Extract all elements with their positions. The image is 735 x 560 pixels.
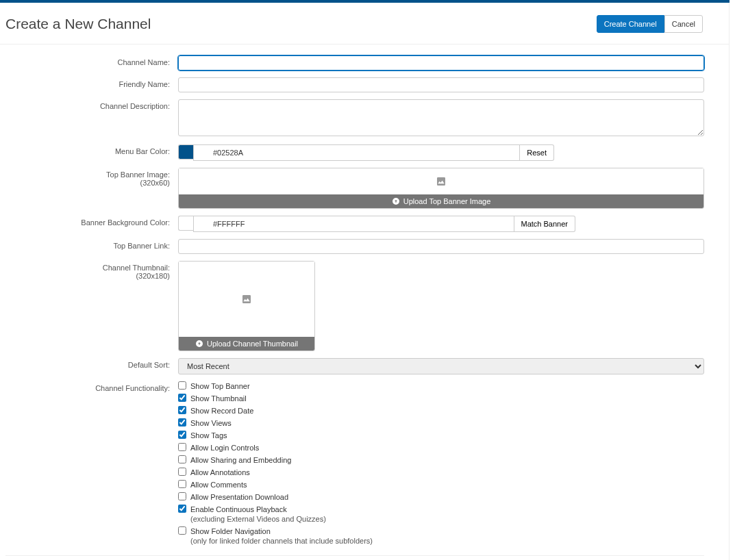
channel-thumbnail-preview (179, 262, 314, 337)
upload-thumbnail-button[interactable]: Upload Channel Thumbnail (179, 337, 314, 351)
upload-thumbnail-label: Upload Channel Thumbnail (207, 340, 298, 348)
functionality-checkbox[interactable] (178, 431, 186, 439)
functionality-checkbox[interactable] (178, 492, 186, 500)
menu-bar-color-swatch[interactable] (178, 144, 193, 160)
channel-thumbnail-label-text: Channel Thumbnail: (103, 264, 170, 272)
functionality-checkbox[interactable] (178, 468, 186, 476)
functionality-row: Show Thumbnail (178, 394, 704, 403)
functionality-row: Allow Presentation Download (178, 492, 704, 502)
functionality-label[interactable]: Enable Continuous Playback(excluding Ext… (190, 505, 326, 524)
functionality-row: Show Record Date (178, 406, 704, 416)
upload-top-banner-label: Upload Top Banner Image (403, 197, 491, 205)
functionality-row: Show Tags (178, 431, 704, 440)
channel-thumbnail-size: (320x180) (5, 272, 170, 280)
functionality-label[interactable]: Allow Annotations (190, 468, 250, 477)
functionality-label[interactable]: Show Top Banner (190, 381, 250, 391)
banner-bg-color-input[interactable] (193, 216, 514, 232)
functionality-label[interactable]: Show Tags (190, 431, 227, 440)
functionality-checkbox[interactable] (178, 480, 186, 488)
top-banner-upload-box: Upload Top Banner Image (178, 168, 704, 209)
functionality-label[interactable]: Show Folder Navigation(only for linked f… (190, 526, 373, 546)
functionality-checkbox[interactable] (178, 455, 186, 463)
functionality-checkbox[interactable] (178, 418, 186, 427)
top-banner-link-input[interactable] (178, 239, 704, 254)
banner-bg-color-label: Banner Background Color: (5, 216, 178, 227)
functionality-checkbox[interactable] (178, 505, 186, 513)
functionality-checkbox[interactable] (178, 381, 186, 390)
create-channel-button[interactable]: Create Channel (597, 15, 664, 33)
channel-description-label: Channel Description: (5, 99, 178, 110)
image-placeholder-icon (436, 176, 447, 187)
upload-icon (195, 340, 203, 348)
functionality-row: Allow Login Controls (178, 443, 704, 453)
page-title: Create a New Channel (5, 16, 151, 32)
functionality-label[interactable]: Show Views (190, 418, 232, 428)
channel-name-input[interactable] (178, 55, 704, 71)
top-banner-link-label: Top Banner Link: (5, 239, 178, 250)
functionality-row: Enable Continuous Playback(excluding Ext… (178, 505, 704, 524)
functionality-label[interactable]: Allow Presentation Download (190, 492, 288, 502)
functionality-checkbox[interactable] (178, 443, 186, 451)
functionality-row: Show Top Banner (178, 381, 704, 391)
channel-name-label: Channel Name: (5, 55, 178, 66)
functionality-label[interactable]: Show Record Date (190, 406, 253, 416)
channel-functionality-label: Channel Functionality: (5, 381, 178, 392)
functionality-note: (only for linked folder channels that in… (190, 536, 373, 546)
channel-thumbnail-box: Upload Channel Thumbnail (178, 261, 315, 351)
functionality-note: (excluding External Videos and Quizzes) (190, 514, 326, 524)
functionality-row: Allow Sharing and Embedding (178, 455, 704, 465)
cancel-button[interactable]: Cancel (664, 15, 703, 33)
functionality-label[interactable]: Show Thumbnail (190, 394, 247, 403)
functionality-row: Allow Comments (178, 480, 704, 489)
functionality-checkbox[interactable] (178, 526, 186, 535)
functionality-row: Allow Annotations (178, 468, 704, 477)
functionality-checkbox[interactable] (178, 406, 186, 414)
reset-color-button[interactable]: Reset (520, 144, 554, 161)
upload-icon (392, 197, 400, 205)
menu-bar-color-input[interactable] (193, 144, 520, 161)
menu-bar-color-label: Menu Bar Color: (5, 144, 178, 155)
functionality-label[interactable]: Allow Login Controls (190, 443, 259, 453)
banner-bg-color-swatch[interactable] (178, 216, 193, 231)
functionality-label[interactable]: Allow Comments (190, 480, 247, 489)
top-banner-image-size: (320x60) (5, 179, 170, 187)
top-banner-preview (179, 168, 703, 194)
default-sort-label: Default Sort: (5, 358, 178, 369)
channel-thumbnail-label: Channel Thumbnail: (320x180) (5, 261, 178, 280)
functionality-list: Show Top BannerShow ThumbnailShow Record… (178, 381, 704, 548)
functionality-label[interactable]: Allow Sharing and Embedding (190, 455, 291, 465)
functionality-checkbox[interactable] (178, 394, 186, 402)
image-placeholder-icon (241, 294, 252, 305)
default-sort-select[interactable]: Most Recent (178, 358, 704, 374)
page-header: Create a New Channel Create Channel Canc… (0, 3, 729, 44)
functionality-row: Show Views (178, 418, 704, 428)
friendly-name-label: Friendly Name: (5, 77, 178, 88)
functionality-row: Show Folder Navigation(only for linked f… (178, 526, 704, 546)
page-container: Create a New Channel Create Channel Canc… (0, 3, 730, 560)
match-banner-button[interactable]: Match Banner (514, 216, 575, 232)
channel-form: Channel Name: Friendly Name: Channel Des… (0, 44, 729, 560)
top-banner-image-label-text: Top Banner Image: (106, 170, 170, 179)
friendly-name-input[interactable] (178, 77, 704, 92)
upload-top-banner-button[interactable]: Upload Top Banner Image (179, 194, 703, 208)
top-banner-image-label: Top Banner Image: (320x60) (5, 168, 178, 187)
channel-description-input[interactable] (178, 99, 704, 136)
header-button-group: Create Channel Cancel (597, 15, 703, 33)
